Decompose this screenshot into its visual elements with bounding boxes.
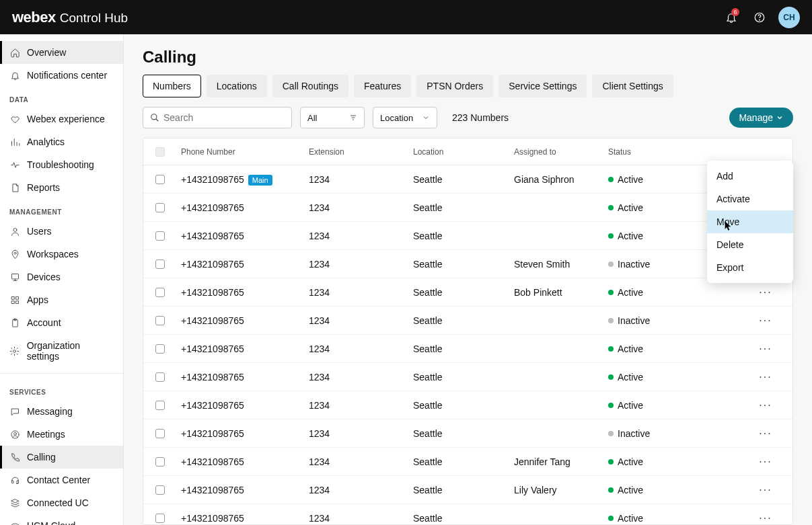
row-actions-button[interactable]: ···	[739, 428, 792, 440]
row-checkbox[interactable]	[155, 372, 165, 382]
row-checkbox[interactable]	[155, 514, 165, 523]
main-content: Calling NumbersLocationsCall RoutingsFea…	[124, 34, 812, 525]
sidebar-item-calling[interactable]: Calling	[0, 446, 123, 469]
sidebar-item-workspaces[interactable]: Workspaces	[0, 243, 123, 266]
manage-button[interactable]: Manage	[729, 108, 793, 128]
tab-call-routings[interactable]: Call Routings	[272, 75, 348, 97]
table-row[interactable]: +143210987651234SeattleInactive···	[143, 307, 792, 335]
page-title: Calling	[124, 34, 812, 75]
row-actions-button[interactable]: ···	[739, 399, 792, 411]
svg-point-1	[760, 19, 760, 20]
table-row[interactable]: +143210987651234SeattleActive···	[143, 222, 792, 250]
table-row[interactable]: +143210987651234SeattleActive···	[143, 504, 792, 525]
tab-service-settings[interactable]: Service Settings	[499, 75, 587, 97]
search-input[interactable]	[163, 112, 285, 123]
sidebar-item-connected-uc[interactable]: Connected UC	[0, 491, 123, 514]
cell-extension: 1234	[305, 400, 409, 411]
col-status[interactable]: Status	[604, 147, 739, 157]
table-row[interactable]: +143210987651234SeattleActive···	[143, 194, 792, 222]
sidebar-item-label: Reports	[27, 182, 60, 193]
tab-ptsn-orders[interactable]: PTSN Orders	[416, 75, 493, 97]
status-text: Active	[618, 372, 643, 382]
row-actions-button[interactable]: ···	[739, 456, 792, 468]
sidebar-item-overview[interactable]: Overview	[0, 41, 123, 64]
status-text: Inactive	[618, 259, 650, 270]
filter-location[interactable]: Location	[373, 107, 437, 128]
sidebar-item-notifications-center[interactable]: Notifications center	[0, 64, 123, 87]
row-checkbox[interactable]	[155, 288, 165, 297]
svg-point-2	[13, 228, 17, 231]
sidebar-item-messaging[interactable]: Messaging	[0, 400, 123, 423]
filter-all[interactable]: All	[300, 107, 365, 128]
table-row[interactable]: +143210987651234SeattleActive···	[143, 335, 792, 363]
sidebar-item-account[interactable]: Account	[0, 311, 123, 334]
row-actions-button[interactable]: ···	[739, 512, 792, 524]
col-location[interactable]: Location	[409, 147, 510, 157]
notifications-button[interactable]: 6	[722, 8, 741, 27]
row-checkbox[interactable]	[155, 316, 165, 325]
sidebar-item-devices[interactable]: Devices	[0, 266, 123, 288]
status-dot-icon	[608, 403, 614, 408]
sidebar-item-organization-settings[interactable]: Organization settings	[0, 334, 123, 368]
row-actions-button[interactable]: ···	[739, 371, 792, 383]
table-row[interactable]: +143210987651234SeattleLily ValeryActive…	[143, 476, 792, 504]
cell-phone: +14321098765	[177, 456, 305, 467]
dropdown-item-add[interactable]: Add	[707, 165, 793, 188]
cell-phone: +14321098765	[177, 513, 305, 524]
sidebar-item-label: Calling	[27, 452, 56, 462]
row-checkbox[interactable]	[155, 203, 165, 212]
row-checkbox[interactable]	[155, 401, 165, 410]
dropdown-item-delete[interactable]: Delete	[707, 233, 793, 256]
row-checkbox[interactable]	[155, 485, 165, 495]
help-button[interactable]	[750, 8, 769, 27]
row-checkbox[interactable]	[155, 344, 165, 354]
row-checkbox[interactable]	[155, 457, 165, 467]
cell-location: Seattle	[409, 287, 510, 298]
cell-location: Seattle	[409, 372, 510, 382]
row-checkbox[interactable]	[155, 259, 165, 269]
sidebar-item-troubleshooting[interactable]: Troubleshooting	[0, 153, 123, 176]
row-checkbox[interactable]	[155, 175, 165, 184]
row-actions-button[interactable]: ···	[739, 315, 792, 327]
col-extension[interactable]: Extension	[305, 147, 409, 157]
table-row[interactable]: +143210987651234SeattleActive···	[143, 391, 792, 419]
row-actions-button[interactable]: ···	[739, 484, 792, 496]
tab-features[interactable]: Features	[354, 75, 411, 97]
sidebar-item-meetings[interactable]: Meetings	[0, 423, 123, 446]
tab-client-settings[interactable]: Client Settings	[592, 75, 673, 97]
col-assigned[interactable]: Assigned to	[510, 147, 604, 157]
status-text: Active	[618, 287, 643, 298]
cell-assigned: Lily Valery	[510, 485, 604, 495]
sidebar-item-users[interactable]: Users	[0, 220, 123, 243]
row-actions-button[interactable]: ···	[739, 343, 792, 355]
sidebar-item-label: Troubleshooting	[27, 159, 94, 170]
avatar[interactable]: CH	[778, 7, 800, 28]
dropdown-item-export[interactable]: Export	[707, 256, 793, 279]
search-input-wrap[interactable]	[143, 107, 292, 128]
col-phone[interactable]: Phone Number	[177, 147, 305, 157]
table-row[interactable]: +143210987651234SeattleActive···	[143, 363, 792, 391]
table-row[interactable]: +143210987651234SeattleInactive···	[143, 419, 792, 448]
table-row[interactable]: +143210987651234SeattleBob PinkettActive…	[143, 278, 792, 307]
sidebar-item-analytics[interactable]: Analytics	[0, 130, 123, 153]
table-row[interactable]: +14321098765Main1234SeattleGiana Siphron…	[143, 165, 792, 194]
sidebar-item-contact-center[interactable]: Contact Center	[0, 469, 123, 491]
row-checkbox[interactable]	[155, 429, 165, 438]
cell-phone: +14321098765	[177, 344, 305, 354]
table-row[interactable]: +143210987651234SeattleJennifer TangActi…	[143, 448, 792, 476]
sidebar-item-ucm-cloud[interactable]: UCM Cloud	[0, 514, 123, 525]
sidebar-item-label: Workspaces	[27, 249, 79, 259]
row-actions-button[interactable]: ···	[739, 286, 792, 298]
sidebar-item-reports[interactable]: Reports	[0, 176, 123, 199]
dropdown-item-activate[interactable]: Activate	[707, 188, 793, 210]
select-all-checkbox[interactable]	[155, 147, 165, 157]
sidebar-item-label: Connected UC	[27, 497, 89, 508]
sidebar-item-webex-experience[interactable]: Webex experience	[0, 108, 123, 130]
manage-button-label: Manage	[739, 112, 773, 123]
row-checkbox[interactable]	[155, 231, 165, 241]
table-row[interactable]: +143210987651234SeattleSteven SmithInact…	[143, 250, 792, 278]
tab-locations[interactable]: Locations	[207, 75, 267, 97]
sidebar-item-apps[interactable]: Apps	[0, 288, 123, 311]
dropdown-item-move[interactable]: Move	[707, 210, 793, 233]
tab-numbers[interactable]: Numbers	[143, 75, 201, 97]
